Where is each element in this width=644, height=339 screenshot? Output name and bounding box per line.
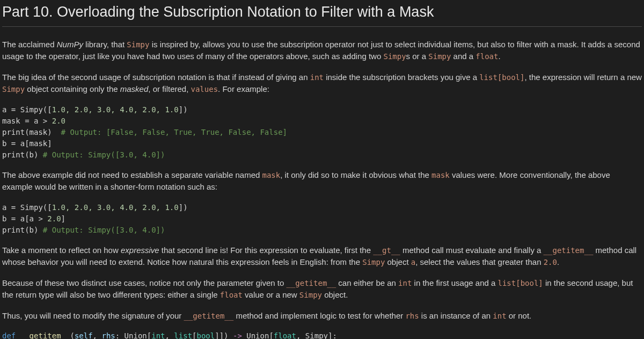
code-int: int xyxy=(398,279,412,287)
text: object. xyxy=(322,290,348,299)
text: The big idea of the second usage of subs… xyxy=(2,73,310,82)
emphasis-numpy: NumPy xyxy=(57,40,83,49)
type-bool: bool xyxy=(197,331,215,339)
emphasis-expressive: expressive xyxy=(121,246,159,255)
code-a: a xyxy=(411,258,415,266)
code-line: a = Simpy([ xyxy=(2,203,52,212)
code-line: print(b) xyxy=(2,226,43,234)
code-simpy: Simpy xyxy=(383,52,406,61)
paragraph-1: The acclaimed NumPy library, that Simpy … xyxy=(2,39,642,63)
code-block-1: a = Simpy([1.0, 2.0, 3.0, 4.0, 2.0, 1.0]… xyxy=(2,104,642,161)
code-numbers: 1.0, 2.0, 3.0, 4.0, 2.0, 1.0 xyxy=(52,105,179,114)
arrow: -> xyxy=(233,331,242,339)
id-rhs: rhs xyxy=(101,331,115,339)
type-float: float xyxy=(274,331,296,339)
text xyxy=(16,331,20,339)
paragraph-6: Thus, you will need to modify the signat… xyxy=(2,310,642,322)
paragraph-5: Because of these two distinct use cases,… xyxy=(2,277,642,301)
code-simpy: Simpy xyxy=(428,52,451,61)
code-line: a = Simpy([ xyxy=(2,105,52,114)
code-mask: mask xyxy=(431,171,450,179)
text: value or a new xyxy=(243,290,299,299)
code-float: float xyxy=(220,291,243,299)
code-list-bool: list[bool] xyxy=(498,279,543,287)
code-values: values xyxy=(191,85,218,93)
paragraph-2: The big idea of the second usage of subs… xyxy=(2,71,642,96)
code-line: print(b) xyxy=(2,150,43,159)
code-2.0: 2.0 xyxy=(544,258,557,266)
section-title: Part 10. Overloading the Subscription No… xyxy=(2,0,642,27)
text: . xyxy=(557,257,559,266)
text: , xyxy=(93,331,102,339)
text: Union[ xyxy=(242,331,274,339)
code-simpy: Simpy xyxy=(2,85,25,93)
code-line: ] xyxy=(61,214,65,223)
text: . xyxy=(498,52,500,61)
text: that second line is! For this expression… xyxy=(159,246,374,255)
text: , Simpy]: xyxy=(296,331,337,339)
code-gt: __gt__ xyxy=(373,246,400,255)
text: object containing only the xyxy=(25,84,120,93)
text: s or a xyxy=(406,52,429,61)
code-number: 2.0 xyxy=(52,117,65,125)
code-int: int xyxy=(310,73,324,82)
text: Take a moment to reflect on how xyxy=(2,246,121,255)
text: The acclaimed xyxy=(2,40,57,49)
text: The above example did not need to establ… xyxy=(2,170,262,179)
code-block-2: a = Simpy([1.0, 2.0, 3.0, 4.0, 2.0, 1.0]… xyxy=(2,202,642,236)
text: ( xyxy=(70,331,74,339)
code-simpy: Simpy xyxy=(127,40,149,49)
code-comment: # Output: [False, False, True, True, Fal… xyxy=(61,128,287,136)
code-getitem: __getitem__ xyxy=(286,279,336,287)
text: : Union[ xyxy=(115,331,151,339)
text: , xyxy=(165,331,174,339)
code-getitem: __getitem__ xyxy=(184,312,234,320)
code-int: int xyxy=(493,312,506,320)
text: library, that xyxy=(83,40,127,49)
paragraph-4: Take a moment to reflect on how expressi… xyxy=(2,244,642,269)
text: method call must evaluate and finally a xyxy=(400,246,544,255)
code-line: print(mask) xyxy=(2,128,61,136)
code-rhs: rhs xyxy=(405,312,419,320)
type-list: list xyxy=(174,331,192,339)
code-getitem: __getitem__ xyxy=(544,246,594,255)
text: [ xyxy=(192,331,196,339)
text: , select the values that greater than xyxy=(415,257,543,266)
type-int: int xyxy=(151,331,165,339)
text: and a xyxy=(451,52,475,61)
fn-getitem: __getitem__ xyxy=(20,331,70,339)
text: inside the subscription brackets you giv… xyxy=(324,73,479,82)
text: or not. xyxy=(507,311,532,320)
code-line: ]) xyxy=(179,203,188,212)
text: ]]) xyxy=(215,331,233,339)
code-float: float xyxy=(475,52,498,61)
text: Because of these two distinct use cases,… xyxy=(2,278,286,287)
code-block-signature: def __getitem__(self, rhs: Union[int, li… xyxy=(2,330,642,339)
code-number: 2.0 xyxy=(47,214,61,223)
text: object xyxy=(385,257,411,266)
code-line: b = a[mask] xyxy=(2,139,52,148)
id-self: self xyxy=(75,331,93,339)
text: method and implement logic to test for w… xyxy=(233,311,405,320)
kw-def: def xyxy=(2,331,16,339)
text: in the first usage and a xyxy=(412,278,497,287)
code-line: mask = a > xyxy=(2,117,52,125)
document-body: Part 10. Overloading the Subscription No… xyxy=(0,0,644,339)
text: , it only did so to make it obvious what… xyxy=(280,170,431,179)
text: Thus, you will need to modify the signat… xyxy=(2,311,184,320)
code-mask: mask xyxy=(262,171,280,179)
code-numbers: 1.0, 2.0, 3.0, 4.0, 2.0, 1.0 xyxy=(52,203,179,212)
text: is an instance of an xyxy=(419,311,493,320)
code-comment: # Output: Simpy([3.0, 4.0]) xyxy=(43,150,165,159)
code-list-bool: list[bool] xyxy=(479,73,524,82)
paragraph-3: The above example did not need to establ… xyxy=(2,169,642,193)
text: , or filtered, xyxy=(148,84,191,93)
text: can either be an xyxy=(336,278,398,287)
code-simpy: Simpy xyxy=(299,291,322,299)
text: , the expression will return a new xyxy=(524,73,641,82)
code-simpy: Simpy xyxy=(362,258,385,266)
emphasis-masked: masked xyxy=(120,84,149,93)
code-line: ]) xyxy=(179,105,188,114)
text: . For example: xyxy=(218,84,269,93)
code-comment: # Output: Simpy([3.0, 4.0]) xyxy=(43,226,165,234)
